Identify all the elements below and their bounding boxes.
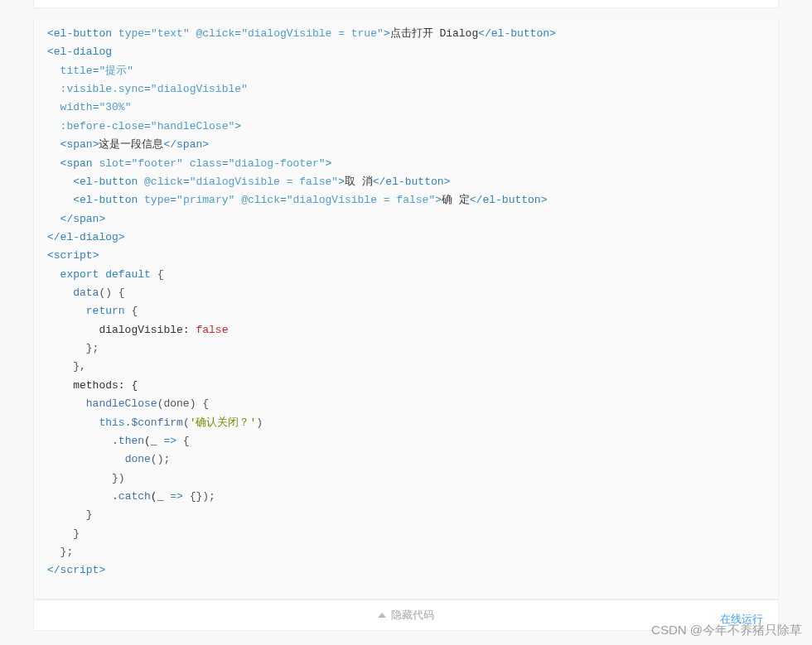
code-line: title="提示" — [47, 62, 778, 80]
page-wrap: <el-button type="text" @click="dialogVis… — [0, 0, 812, 631]
preview-panel-bottom — [33, 0, 779, 8]
code-line: :before-close="handleClose"> — [47, 118, 778, 136]
code-line: return { — [47, 302, 778, 320]
code-line: }; — [47, 339, 778, 358]
run-online-link[interactable]: 在线运行 — [720, 612, 763, 627]
code-line: <el-dialog — [47, 43, 778, 61]
code-line: </script> — [47, 561, 778, 580]
code-line: }) — [47, 469, 778, 488]
code-block: <el-button type="text" @click="dialogVis… — [33, 20, 779, 599]
caret-up-icon — [378, 613, 386, 618]
code-line: :visible.sync="dialogVisible" — [47, 80, 778, 99]
toggle-code-bar[interactable]: 隐藏代码 在线运行 — [33, 599, 779, 631]
hide-code-label: 隐藏代码 — [391, 608, 434, 623]
code-line: <el-button type="primary" @click="dialog… — [47, 191, 778, 209]
code-line: } — [47, 525, 778, 543]
code-line: handleClose(done) { — [47, 395, 778, 413]
code-line: .catch(_ => {}); — [47, 488, 778, 506]
code-line: done(); — [47, 450, 778, 469]
code-line: </el-dialog> — [47, 229, 778, 247]
code-line: <el-button type="text" @click="dialogVis… — [47, 25, 778, 43]
code-line: methods: { — [47, 377, 778, 395]
code-line: </span> — [47, 210, 778, 229]
code-line: }; — [47, 543, 778, 561]
code-line: <el-button @click="dialogVisible = false… — [47, 173, 778, 191]
code-line: data() { — [47, 284, 778, 302]
code-line: width="30%" — [47, 99, 778, 117]
code-line: this.$confirm('确认关闭？') — [47, 414, 778, 432]
code-line: dialogVisible: false — [47, 321, 778, 339]
code-line: } — [47, 506, 778, 524]
code-line: <span slot="footer" class="dialog-footer… — [47, 155, 778, 173]
code-line: }, — [47, 358, 778, 376]
code-line: <span>这是一段信息</span> — [47, 136, 778, 154]
code-line: <script> — [47, 247, 778, 265]
code-line: .then(_ => { — [47, 432, 778, 450]
code-line: export default { — [47, 266, 778, 284]
